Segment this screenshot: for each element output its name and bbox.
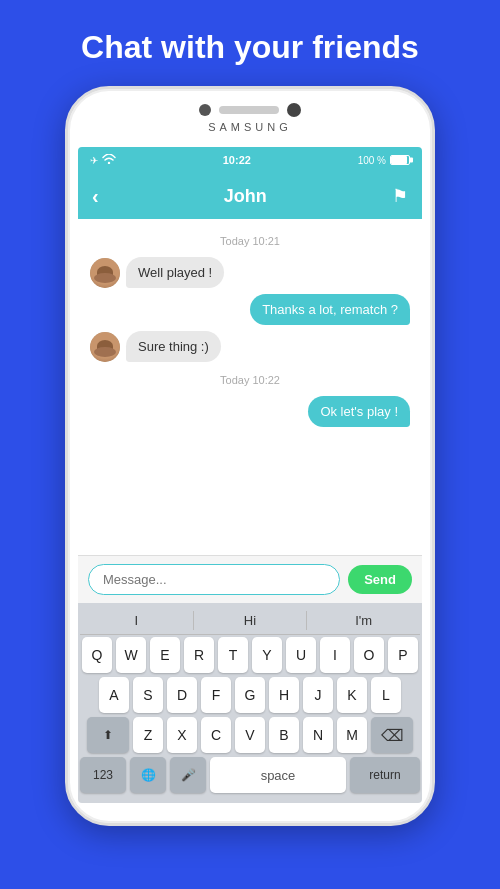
- key-w[interactable]: W: [116, 637, 146, 673]
- return-key[interactable]: return: [350, 757, 420, 793]
- key-b[interactable]: B: [269, 717, 299, 753]
- message-row: Thanks a lot, rematch ?: [90, 294, 410, 325]
- key-row-2: A S D F G H J K L: [80, 677, 420, 713]
- phone-top-bar: [199, 103, 301, 117]
- message-input[interactable]: [88, 564, 340, 595]
- message-row: Sure thing :): [90, 331, 410, 362]
- status-bar: ✈ 10:22 100 %: [78, 147, 422, 173]
- key-t[interactable]: T: [218, 637, 248, 673]
- battery-icon: [390, 155, 410, 165]
- timestamp-label: Today 10:22: [90, 374, 410, 386]
- key-row-4: 123 🌐 🎤 space return: [80, 757, 420, 793]
- key-d[interactable]: D: [167, 677, 197, 713]
- chat-bubble-received: Well played !: [126, 257, 224, 288]
- flag-button[interactable]: ⚑: [392, 185, 408, 207]
- battery-fill: [391, 156, 407, 164]
- key-row-3: ⬆ Z X C V B N M ⌫: [80, 717, 420, 753]
- key-v[interactable]: V: [235, 717, 265, 753]
- message-row: Ok let's play !: [90, 396, 410, 427]
- avatar-face: [90, 332, 120, 362]
- send-button[interactable]: Send: [348, 565, 412, 594]
- key-z[interactable]: Z: [133, 717, 163, 753]
- speaker-icon: [219, 106, 279, 114]
- globe-key[interactable]: 🌐: [130, 757, 166, 793]
- key-m[interactable]: M: [337, 717, 367, 753]
- key-u[interactable]: U: [286, 637, 316, 673]
- phone-shell: SAMSUNG ✈ 10:22 100 %: [65, 86, 435, 826]
- backspace-key[interactable]: ⌫: [371, 717, 413, 753]
- autocomplete-item[interactable]: Hi: [194, 611, 308, 630]
- key-row-1: Q W E R T Y U I O P: [80, 637, 420, 673]
- phone-wrapper: SAMSUNG ✈ 10:22 100 %: [65, 86, 435, 826]
- page-title: Chat with your friends: [61, 0, 439, 86]
- numbers-key[interactable]: 123: [80, 757, 126, 793]
- battery-level: 100 %: [358, 155, 386, 166]
- key-k[interactable]: K: [337, 677, 367, 713]
- key-p[interactable]: P: [388, 637, 418, 673]
- key-n[interactable]: N: [303, 717, 333, 753]
- key-a[interactable]: A: [99, 677, 129, 713]
- brand-logo: SAMSUNG: [208, 121, 292, 133]
- key-l[interactable]: L: [371, 677, 401, 713]
- status-time: 10:22: [116, 154, 358, 166]
- camera-right-icon: [287, 103, 301, 117]
- back-button[interactable]: ‹: [92, 185, 99, 208]
- key-c[interactable]: C: [201, 717, 231, 753]
- key-g[interactable]: G: [235, 677, 265, 713]
- avatar: [90, 332, 120, 362]
- key-q[interactable]: Q: [82, 637, 112, 673]
- wifi-icon: [102, 154, 116, 166]
- timestamp-label: Today 10:21: [90, 235, 410, 247]
- avatar-face: [90, 258, 120, 288]
- key-o[interactable]: O: [354, 637, 384, 673]
- key-h[interactable]: H: [269, 677, 299, 713]
- camera-left-icon: [199, 104, 211, 116]
- key-f[interactable]: F: [201, 677, 231, 713]
- key-i[interactable]: I: [320, 637, 350, 673]
- chat-body: Today 10:21 Well played ! Thanks a lot, …: [78, 219, 422, 555]
- autocomplete-item[interactable]: I: [80, 611, 194, 630]
- chat-header: ‹ John ⚑: [78, 173, 422, 219]
- message-row: Well played !: [90, 257, 410, 288]
- key-x[interactable]: X: [167, 717, 197, 753]
- message-input-area: Send: [78, 555, 422, 603]
- microphone-key[interactable]: 🎤: [170, 757, 206, 793]
- status-right: 100 %: [358, 155, 410, 166]
- key-j[interactable]: J: [303, 677, 333, 713]
- keyboard: I Hi I'm Q W E R T Y U I O P: [78, 603, 422, 803]
- chat-bubble-sent: Ok let's play !: [308, 396, 410, 427]
- chat-bubble-received: Sure thing :): [126, 331, 221, 362]
- avatar: [90, 258, 120, 288]
- svg-point-0: [108, 162, 110, 164]
- chat-bubble-sent: Thanks a lot, rematch ?: [250, 294, 410, 325]
- key-s[interactable]: S: [133, 677, 163, 713]
- key-y[interactable]: Y: [252, 637, 282, 673]
- phone-screen: ✈ 10:22 100 %: [78, 147, 422, 803]
- autocomplete-item[interactable]: I'm: [307, 611, 420, 630]
- airplane-icon: ✈: [90, 155, 98, 166]
- autocomplete-row: I Hi I'm: [80, 607, 420, 635]
- key-r[interactable]: R: [184, 637, 214, 673]
- contact-name: John: [224, 186, 267, 207]
- shift-key[interactable]: ⬆: [87, 717, 129, 753]
- status-left: ✈: [90, 154, 116, 166]
- space-key[interactable]: space: [210, 757, 346, 793]
- key-e[interactable]: E: [150, 637, 180, 673]
